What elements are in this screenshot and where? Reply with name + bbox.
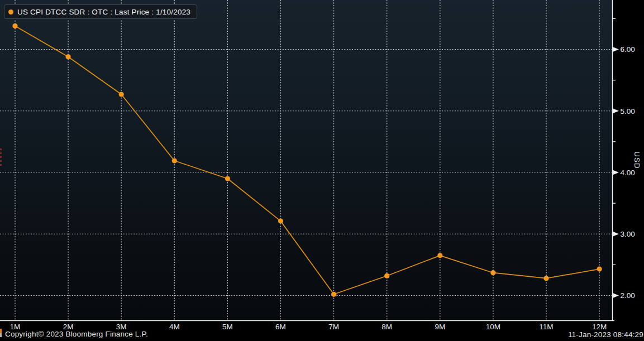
x-tick-label: 10M xyxy=(486,323,500,331)
y-tick-label: 3.00 xyxy=(621,230,635,238)
x-tick-label: 12M xyxy=(592,323,607,331)
legend-marker-icon xyxy=(8,9,13,15)
data-point-12M[interactable] xyxy=(597,266,602,271)
y-axis-ticks: 6.005.004.003.002.00 xyxy=(613,18,635,300)
data-point-6M[interactable] xyxy=(278,218,283,223)
bloomberg-chart-window: 6.005.004.003.002.001M2M3M4M5M6M7M8M9M10… xyxy=(0,0,644,341)
data-point-5M[interactable] xyxy=(225,176,230,181)
plot-area[interactable] xyxy=(0,0,613,321)
x-tick-label: 5M xyxy=(222,323,233,331)
price-chart[interactable]: 6.005.004.003.002.001M2M3M4M5M6M7M8M9M10… xyxy=(0,0,644,341)
data-point-3M[interactable] xyxy=(119,92,124,97)
chart-legend[interactable]: US CPI DTCC SDR : OTC : Last Price : 1/1… xyxy=(4,4,197,19)
x-tick-label: 6M xyxy=(275,323,286,331)
clipped-footer-text-fragment xyxy=(0,329,2,337)
data-point-9M[interactable] xyxy=(437,253,442,258)
copyright-text: Copyright© 2023 Bloomberg Finance L.P. xyxy=(5,330,148,338)
y-axis-title: USD xyxy=(633,151,641,169)
data-point-8M[interactable] xyxy=(384,273,389,278)
y-tick-arrow-icon xyxy=(613,108,619,113)
data-point-2M[interactable] xyxy=(66,54,71,59)
y-tick-label: 6.00 xyxy=(621,45,635,54)
legend-label: US CPI DTCC SDR : OTC : Last Price : 1/1… xyxy=(17,8,190,16)
x-tick-label: 8M xyxy=(381,323,392,331)
x-tick-label: 9M xyxy=(435,323,445,331)
data-point-4M[interactable] xyxy=(172,158,177,163)
data-point-11M[interactable] xyxy=(543,276,548,281)
clipped-left-axis-text-fragment xyxy=(0,148,2,167)
y-tick-label: 2.00 xyxy=(621,291,635,300)
data-point-1M[interactable] xyxy=(12,23,17,28)
x-tick-label: 4M xyxy=(169,323,180,331)
y-tick-label: 4.00 xyxy=(621,169,635,177)
data-point-7M[interactable] xyxy=(331,292,336,297)
y-tick-arrow-icon xyxy=(613,293,619,298)
y-tick-arrow-icon xyxy=(613,47,619,52)
x-tick-label: 11M xyxy=(539,323,553,331)
y-tick-label: 5.00 xyxy=(621,107,635,116)
data-point-10M[interactable] xyxy=(490,270,495,275)
y-tick-arrow-icon xyxy=(613,232,619,237)
x-tick-label: 7M xyxy=(328,323,339,331)
y-tick-arrow-icon xyxy=(613,170,619,175)
timestamp-text: 11-Jan-2023 08:44:29 xyxy=(568,330,643,339)
